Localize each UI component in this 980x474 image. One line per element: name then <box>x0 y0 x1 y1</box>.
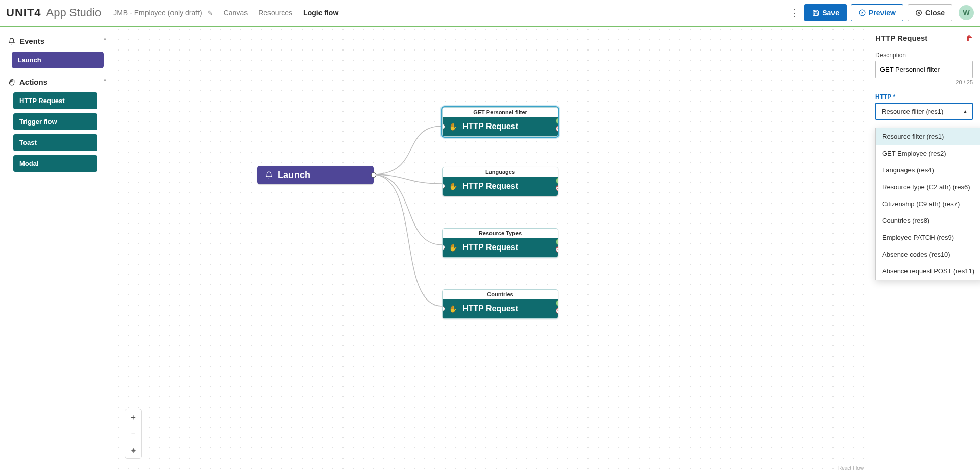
zoom-in-button[interactable]: ＋ <box>125 409 141 426</box>
drag-icon: ✋ <box>449 243 457 252</box>
description-label: Description <box>875 52 973 59</box>
http-label: HTTP * <box>875 93 973 101</box>
http-select[interactable]: Resource filter (res1) ▴ <box>875 103 973 120</box>
action-item-trigger-flow[interactable]: Trigger flow <box>13 113 97 130</box>
node-http-resource-types[interactable]: Resource Types ✋ HTTP Request <box>442 228 558 258</box>
description-input[interactable] <box>875 61 973 78</box>
node-type-label: HTTP Request <box>462 182 518 191</box>
char-count: 20 / 25 <box>875 79 973 85</box>
node-http-personnel-filter[interactable]: GET Personnel filter ✋ HTTP Request <box>442 107 558 137</box>
success-badge-icon <box>556 239 558 245</box>
dropdown-option[interactable]: Absence codes (res10) <box>876 246 980 263</box>
close-button[interactable]: Close <box>908 4 952 21</box>
node-type-label: HTTP Request <box>462 122 518 131</box>
node-status-badges <box>556 178 558 191</box>
more-menu-button[interactable]: ⋮ <box>788 7 800 19</box>
node-launch-label: Launch <box>278 170 310 181</box>
svg-marker-1 <box>862 12 864 14</box>
actions-title: Actions <box>19 78 47 86</box>
dropdown-option[interactable]: GET Employee (res2) <box>876 145 980 162</box>
event-item-launch[interactable]: Launch <box>12 52 104 68</box>
project-name: JMB - Employee (only draft) <box>113 9 202 17</box>
separator <box>253 8 253 18</box>
success-badge-icon <box>556 300 558 306</box>
zoom-out-button[interactable]: － <box>125 426 141 442</box>
panel-title: HTTP Request <box>875 34 927 42</box>
drag-icon: ✋ <box>449 305 457 313</box>
tab-canvas[interactable]: Canvas <box>224 9 248 17</box>
play-icon <box>859 9 866 16</box>
node-type-label: HTTP Request <box>462 304 518 313</box>
node-type-label: HTTP Request <box>462 243 518 252</box>
node-http-languages[interactable]: Languages ✋ HTTP Request <box>442 167 558 196</box>
save-button[interactable]: Save <box>804 4 847 21</box>
drag-icon: ✋ <box>449 182 457 190</box>
delete-button[interactable]: 🗑 <box>966 34 973 42</box>
error-badge-icon <box>556 246 558 253</box>
hand-icon <box>8 79 15 86</box>
events-section-header[interactable]: Events ˄ <box>8 37 107 45</box>
dropdown-option[interactable]: Resource filter (res1) <box>876 128 980 145</box>
dropdown-option[interactable]: Absence request POST (res11) <box>876 263 980 280</box>
tab-resources[interactable]: Resources <box>258 9 292 17</box>
drag-icon: ✋ <box>449 122 457 131</box>
dropdown-option[interactable]: Resource type (C2 attr) (res6) <box>876 179 980 195</box>
save-icon <box>812 9 819 16</box>
separator <box>218 8 218 18</box>
dropdown-option[interactable]: Languages (res4) <box>876 162 980 179</box>
node-launch[interactable]: Launch <box>257 166 374 184</box>
success-badge-icon <box>556 178 558 184</box>
tab-logic-flow[interactable]: Logic flow <box>303 9 338 17</box>
dropdown-option[interactable]: Countries (res8) <box>876 212 980 229</box>
fit-view-button[interactable]: ⌖ <box>125 442 141 458</box>
error-badge-icon <box>556 126 558 132</box>
error-badge-icon <box>556 185 558 191</box>
chevron-up-icon: ˄ <box>103 37 107 45</box>
action-item-modal[interactable]: Modal <box>13 155 97 172</box>
brand-name: UNIT4 <box>6 6 41 19</box>
node-description: Languages <box>443 167 558 177</box>
http-dropdown: Resource filter (res1) GET Employee (res… <box>875 128 980 280</box>
node-status-badges <box>556 118 558 132</box>
dropdown-option[interactable]: Citizenship (C9 attr) (res7) <box>876 195 980 212</box>
close-label: Close <box>925 9 945 17</box>
bell-icon <box>8 38 15 45</box>
action-item-toast[interactable]: Toast <box>13 134 97 151</box>
breadcrumb: JMB - Employee (only draft) ✎ Canvas Res… <box>113 8 338 18</box>
action-item-http-request[interactable]: HTTP Request <box>13 92 97 109</box>
actions-section-header[interactable]: Actions ˄ <box>8 78 107 86</box>
flow-canvas[interactable]: Launch GET Personnel filter ✋ HTTP Reque… <box>115 27 868 474</box>
properties-panel: HTTP Request 🗑 Description 20 / 25 HTTP … <box>868 27 980 474</box>
avatar[interactable]: W <box>959 5 974 20</box>
reactflow-attribution: React Flow <box>838 465 864 471</box>
node-handle-out[interactable] <box>371 172 376 178</box>
app-name: App Studio <box>46 6 102 19</box>
error-badge-icon <box>556 308 558 314</box>
node-status-badges <box>556 300 558 314</box>
left-sidebar: Events ˄ Launch Actions ˄ HTTP Request T… <box>0 27 115 474</box>
logo: UNIT4 App Studio <box>6 6 101 19</box>
dropdown-option[interactable]: Employee PATCH (res9) <box>876 229 980 246</box>
separator <box>298 8 298 18</box>
bell-icon <box>265 171 273 179</box>
node-description: Countries <box>443 290 558 299</box>
preview-button[interactable]: Preview <box>851 4 903 21</box>
node-description: Resource Types <box>443 229 558 238</box>
success-badge-icon <box>556 118 558 124</box>
preview-label: Preview <box>869 9 896 17</box>
events-title: Events <box>19 37 44 45</box>
node-description: GET Personnel filter <box>443 108 558 117</box>
node-status-badges <box>556 239 558 253</box>
app-header: UNIT4 App Studio JMB - Employee (only dr… <box>0 0 980 27</box>
edit-icon[interactable]: ✎ <box>207 9 213 17</box>
zoom-controls: ＋ － ⌖ <box>125 409 142 459</box>
caret-up-icon: ▴ <box>964 108 967 115</box>
save-label: Save <box>822 9 839 17</box>
node-http-countries[interactable]: Countries ✋ HTTP Request <box>442 289 558 319</box>
http-selected-value: Resource filter (res1) <box>881 108 943 115</box>
chevron-up-icon: ˄ <box>103 78 107 86</box>
close-icon <box>915 9 922 16</box>
